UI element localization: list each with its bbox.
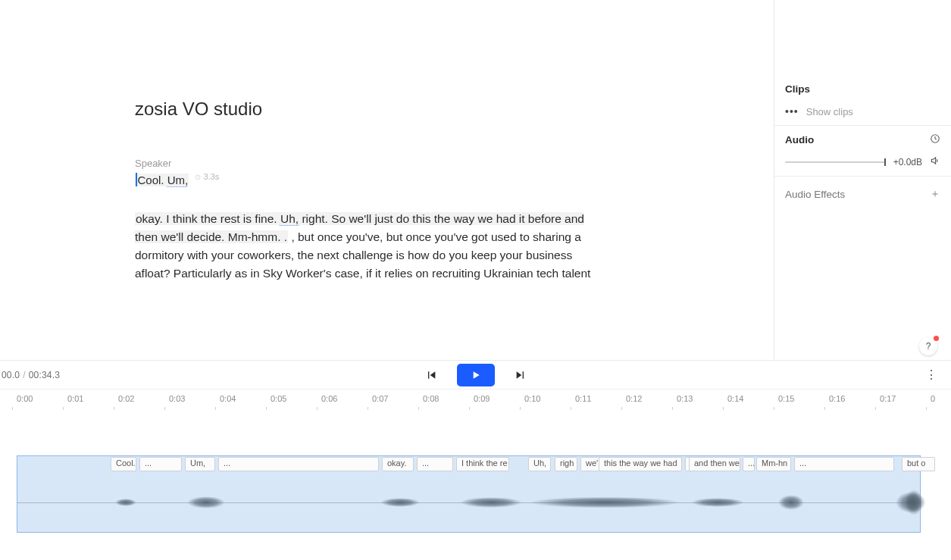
clip-word[interactable]: but o (902, 457, 935, 471)
ruler-tick: 0:11 (575, 394, 626, 403)
volume-slider[interactable] (785, 161, 886, 163)
clip-word[interactable]: ... (794, 457, 894, 471)
filler-word[interactable]: Uh, (280, 212, 299, 225)
clip-word[interactable]: okay. (382, 457, 414, 471)
editor-pane: zosia VO studio Speaker Cool. Um, 3.3s o… (0, 0, 774, 360)
help-button[interactable]: ? (919, 337, 937, 355)
clip-word[interactable]: Um, (185, 457, 215, 471)
ruler-tick: 0:12 (626, 394, 677, 403)
ruler-tick: 0:03 (169, 394, 220, 403)
text-cursor (136, 173, 137, 186)
waveform-blob (529, 497, 680, 508)
track-area[interactable]: Cool....Um,...okay....I think the reUh,r… (0, 410, 951, 554)
play-button[interactable] (457, 364, 495, 386)
more-icon[interactable]: ••• (785, 105, 799, 117)
speaker-label: Speaker (135, 158, 728, 169)
clip-labels-row: Cool....Um,...okay....I think the reUh,r… (17, 455, 951, 473)
clips-panel: Clips ••• Show clips (774, 76, 951, 126)
ruler-tick: 0:02 (118, 394, 169, 403)
ruler-tick: 0:04 (220, 394, 271, 403)
transport-bar: 00.0/00:34.3 ⋮ (0, 360, 951, 389)
more-menu-button[interactable]: ⋮ (919, 364, 943, 385)
show-clips-button[interactable]: Show clips (806, 106, 853, 117)
skip-forward-button[interactable] (511, 366, 530, 384)
ruler-tick: 0:08 (423, 394, 474, 403)
skip-back-button[interactable] (422, 366, 440, 384)
clip-word[interactable]: Uh, (528, 457, 551, 471)
sidebar: Clips ••• Show clips Audio +0.0dB (774, 0, 951, 360)
ruler-tick: 0:07 (372, 394, 423, 403)
gap-badge[interactable]: 3.3s (195, 172, 219, 181)
filler-word[interactable]: Um, (167, 174, 189, 186)
waveform-blob (115, 499, 136, 506)
volume-readout: +0.0dB (893, 157, 922, 167)
clip-word[interactable]: Cool. (111, 457, 136, 471)
waveform[interactable] (17, 474, 951, 531)
word[interactable]: Cool. (138, 174, 167, 186)
page-title: zosia VO studio (135, 99, 728, 120)
clip-word[interactable]: ... (218, 457, 379, 471)
time-readout: 00.0/00:34.3 (2, 370, 60, 380)
clip-word[interactable]: righ (555, 457, 577, 471)
audio-panel: Audio +0.0dB (774, 126, 951, 177)
clip-word[interactable]: ... (417, 457, 453, 471)
ruler-tick: 0:17 (880, 394, 931, 403)
ruler-tick: 0 (931, 394, 951, 403)
ruler-tick: 0:01 (67, 394, 118, 403)
ruler-tick: 0:05 (271, 394, 321, 403)
ruler-tick: 0:15 (778, 394, 829, 403)
ruler-tick: 0:00 (17, 394, 67, 403)
clip-word[interactable]: ... (743, 457, 755, 471)
transcript-paragraph[interactable]: okay. I think the rest is fine. Uh, righ… (135, 210, 605, 283)
clip-word[interactable]: and then we (689, 457, 740, 471)
waveform-blob (905, 490, 923, 515)
clip-word[interactable]: Mm-hn (756, 457, 791, 471)
clip-word[interactable]: ... (139, 457, 182, 471)
audio-title: Audio (785, 134, 814, 145)
audio-effects-row[interactable]: Audio Effects ＋ (774, 177, 951, 211)
ruler-tick: 0:09 (474, 394, 524, 403)
history-icon[interactable] (930, 133, 940, 146)
waveform-blob (778, 495, 804, 510)
ruler-tick: 0:14 (727, 394, 778, 403)
waveform-blob (380, 498, 420, 507)
ruler-tick: 0:06 (321, 394, 372, 403)
clip-word[interactable]: this the way we had (599, 457, 682, 471)
speaker-icon[interactable] (930, 155, 940, 168)
waveform-blob (187, 496, 225, 508)
transcript-line-1[interactable]: Cool. Um, 3.3s (135, 172, 219, 186)
ruler-tick: 0:16 (829, 394, 880, 403)
timeline-ruler[interactable]: 0:000:010:020:030:040:050:060:070:080:09… (0, 389, 951, 410)
ruler-tick: 0:13 (677, 394, 727, 403)
waveform-blob (460, 497, 522, 508)
plus-icon[interactable]: ＋ (930, 187, 940, 201)
clock-icon (195, 174, 201, 181)
clip-word[interactable]: I think the re (456, 457, 509, 471)
waveform-blob (691, 498, 744, 507)
ruler-tick: 0:10 (524, 394, 575, 403)
audio-effects-label: Audio Effects (785, 189, 845, 200)
clips-title: Clips (785, 83, 940, 95)
